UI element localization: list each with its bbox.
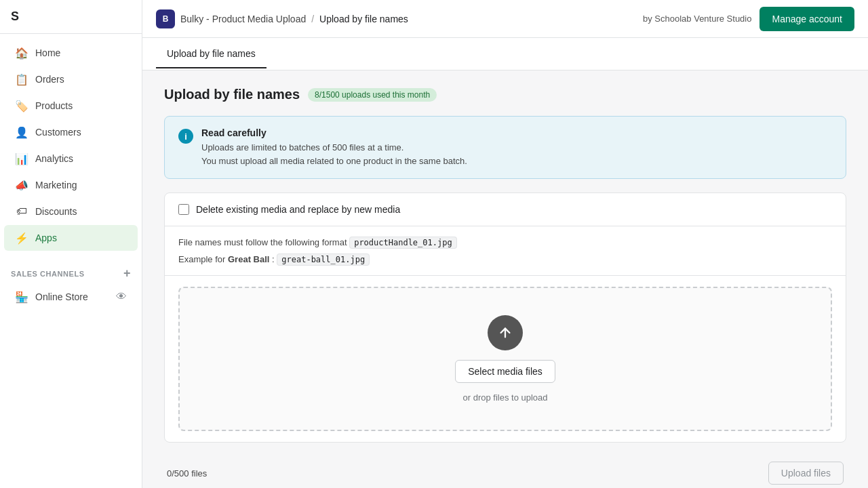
main-area: B Bulky - Product Media Upload / Upload … <box>142 0 868 488</box>
sidebar: S 🏠 Home 📋 Orders 🏷️ Products 👤 Customer… <box>0 0 142 488</box>
sidebar-item-label: Products <box>35 100 73 111</box>
sidebar-item-discounts[interactable]: 🏷 Discounts <box>4 199 138 224</box>
sidebar-item-customers[interactable]: 👤 Customers <box>4 119 138 145</box>
delete-media-label: Delete existing media and replace by new… <box>196 204 400 215</box>
upload-icon <box>488 315 523 350</box>
drop-hint: or drop files to upload <box>462 392 547 403</box>
discounts-icon: 🏷 <box>15 205 28 218</box>
online-store-visibility-icon[interactable]: 👁 <box>116 291 127 303</box>
info-content: Read carefully Uploads are limited to ba… <box>201 127 467 167</box>
sales-channels-label: SALES CHANNELS <box>11 270 85 278</box>
info-line1: Uploads are limited to batches of 500 fi… <box>201 141 467 155</box>
orders-icon: 📋 <box>15 73 28 86</box>
format-line2: Example for Great Ball : great-ball_01.j… <box>178 254 832 264</box>
sidebar-item-marketing[interactable]: 📣 Marketing <box>4 172 138 198</box>
upload-footer: 0/500 files Upload files <box>164 453 846 488</box>
sidebar-item-label: Marketing <box>35 180 77 190</box>
main-card: Delete existing media and replace by new… <box>164 192 846 443</box>
info-box: i Read carefully Uploads are limited to … <box>164 116 846 179</box>
customers-icon: 👤 <box>15 125 28 139</box>
apps-icon: ⚡ <box>15 231 28 245</box>
analytics-icon: 📊 <box>15 152 28 165</box>
info-title: Read carefully <box>201 127 467 138</box>
online-store-icon: 🏪 <box>15 290 28 304</box>
home-icon: 🏠 <box>15 46 28 60</box>
format-example-prefix: Example for <box>178 254 225 264</box>
sidebar-item-label: Discounts <box>35 206 77 217</box>
sidebar-item-label: Orders <box>35 74 64 85</box>
sales-channels-section: SALES CHANNELS + <box>0 257 142 283</box>
products-icon: 🏷️ <box>15 99 28 113</box>
marketing-icon: 📣 <box>15 178 28 192</box>
content-area: Upload by file names 8/1500 uploads used… <box>142 70 868 488</box>
sidebar-item-online-store[interactable]: 🏪 Online Store 👁 <box>4 284 138 310</box>
breadcrumb-current: Upload by file names <box>319 14 408 24</box>
app-name: Bulky - Product Media Upload <box>180 14 306 24</box>
format-code1: productHandle_01.jpg <box>349 237 457 249</box>
format-code2: great-ball_01.jpg <box>277 253 370 266</box>
breadcrumb: B Bulky - Product Media Upload / Upload … <box>156 9 408 28</box>
checkbox-section: Delete existing media and replace by new… <box>165 193 846 226</box>
breadcrumb-separator: / <box>311 14 314 24</box>
delete-media-checkbox-row[interactable]: Delete existing media and replace by new… <box>178 204 832 215</box>
sidebar-item-analytics[interactable]: 📊 Analytics <box>4 146 138 171</box>
subnav: Upload by file names <box>142 38 868 70</box>
topbar: B Bulky - Product Media Upload / Upload … <box>142 0 868 38</box>
app-icon: B <box>156 9 175 28</box>
file-count: 0/500 files <box>167 468 207 479</box>
sidebar-nav: 🏠 Home 📋 Orders 🏷️ Products 👤 Customers … <box>0 34 142 257</box>
sidebar-item-home[interactable]: 🏠 Home <box>4 40 138 66</box>
usage-badge: 8/1500 uploads used this month <box>308 88 437 102</box>
sidebar-item-label: Customers <box>35 127 81 138</box>
format-info-section: File names must follow the following for… <box>165 226 846 276</box>
sidebar-logo: S <box>0 0 142 34</box>
format-example-sep: : <box>272 254 275 264</box>
page-header: Upload by file names 8/1500 uploads used… <box>164 87 846 102</box>
format-example-product: Great Ball <box>228 254 269 264</box>
manage-account-button[interactable]: Manage account <box>760 7 854 31</box>
sidebar-item-label: Apps <box>35 232 57 243</box>
select-media-files-button[interactable]: Select media files <box>455 360 555 383</box>
page-title: Upload by file names <box>164 87 300 102</box>
sidebar-item-products[interactable]: 🏷️ Products <box>4 93 138 119</box>
info-icon: i <box>178 129 193 144</box>
sidebar-item-apps[interactable]: ⚡ Apps <box>4 225 138 251</box>
sidebar-item-label: Home <box>35 47 60 58</box>
upload-files-button[interactable]: Upload files <box>768 462 844 485</box>
by-text: by Schoolab Venture Studio <box>643 14 751 24</box>
sidebar-item-label: Analytics <box>35 153 73 164</box>
topbar-right: by Schoolab Venture Studio Manage accoun… <box>643 7 854 31</box>
info-line2: You must upload all media related to one… <box>201 155 467 168</box>
format-prefix: File names must follow the following for… <box>178 237 347 247</box>
format-line1: File names must follow the following for… <box>178 237 832 247</box>
add-sales-channel-button[interactable]: + <box>123 266 131 281</box>
sidebar-item-label: Online Store <box>35 291 88 302</box>
drop-zone-section: Select media files or drop files to uplo… <box>165 276 846 442</box>
drop-zone[interactable]: Select media files or drop files to uplo… <box>178 287 832 431</box>
sidebar-item-orders[interactable]: 📋 Orders <box>4 66 138 92</box>
delete-media-checkbox[interactable] <box>178 204 189 215</box>
tab-upload-by-file-names[interactable]: Upload by file names <box>156 40 267 68</box>
